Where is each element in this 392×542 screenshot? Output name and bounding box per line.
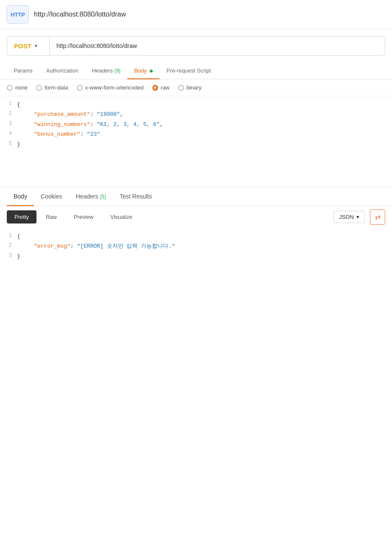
chevron-down-icon: ▾ — [35, 43, 37, 49]
line-num-1: 1 — [3, 100, 17, 109]
response-toolbar: Pretty Raw Preview Visualize JSON ▾ ⇄ — [0, 206, 392, 228]
resp-line-num-1: 1 — [3, 232, 17, 241]
resp-line-num-2: 2 — [3, 241, 17, 251]
format-preview[interactable]: Preview — [66, 210, 101, 224]
resp-line-2: 2 "error_msg": "[ERROR] 숫자만 입력 가능합니다." — [0, 241, 392, 251]
tab-headers[interactable]: Headers (9) — [85, 62, 127, 79]
line-num-2: 2 — [3, 109, 17, 119]
http-icon-badge: HTTP — [7, 5, 29, 24]
radio-urlencoded[interactable]: x-www-form-urlencoded — [77, 84, 144, 91]
json-type-selector[interactable]: JSON ▾ — [333, 211, 365, 223]
method-label: POST — [14, 42, 31, 50]
radio-circle-urlencoded — [77, 85, 83, 91]
response-tab-cookies[interactable]: Cookies — [34, 187, 69, 206]
format-visualize[interactable]: Visualize — [103, 210, 140, 224]
format-pretty[interactable]: Pretty — [7, 210, 36, 224]
header-url: http://localhost:8080/lotto/draw — [34, 11, 126, 18]
radio-circle-form-data — [36, 85, 42, 91]
tab-pre-request[interactable]: Pre-request Script — [160, 62, 218, 79]
radio-raw[interactable]: raw — [152, 84, 170, 91]
radio-circle-none — [7, 85, 13, 91]
tab-authorization[interactable]: Authorization — [39, 62, 85, 79]
request-code-editor[interactable]: 1 { 2 "purchase_amount": "19000", 3 "win… — [0, 96, 392, 187]
line-num-5: 5 — [3, 140, 17, 149]
headers-badge: (9) — [114, 68, 120, 74]
req-line-4: 4 "bonus_number": "23" — [0, 129, 392, 139]
req-line-5: 5 } — [0, 140, 392, 149]
radio-circle-raw — [152, 85, 158, 91]
resp-line-1: 1 { — [0, 232, 392, 241]
req-line-3: 3 "winning_numbers": "K1, 2, 3, 4, 5, 6"… — [0, 120, 392, 129]
wrap-button[interactable]: ⇄ — [370, 210, 385, 225]
req-line-2: 2 "purchase_amount": "19000", — [0, 109, 392, 119]
line-num-4: 4 — [3, 129, 17, 139]
response-tabs-nav: Body Cookies Headers (5) Test Results — [0, 187, 392, 206]
response-headers-badge: (5) — [100, 194, 106, 200]
radio-binary[interactable]: binary — [178, 84, 202, 91]
tab-params[interactable]: Params — [7, 62, 39, 79]
resp-line-num-3: 3 — [3, 251, 17, 261]
request-bar: POST ▾ — [7, 36, 385, 56]
response-tab-headers[interactable]: Headers (5) — [69, 187, 113, 206]
request-tabs-nav: Params Authorization Headers (9) Body Pr… — [0, 62, 392, 79]
app-header: HTTP http://localhost:8080/lotto/draw — [0, 0, 392, 29]
tab-body[interactable]: Body — [127, 62, 160, 79]
req-line-1: 1 { — [0, 100, 392, 109]
resp-line-3: 3 } — [0, 251, 392, 261]
url-input[interactable] — [50, 36, 385, 55]
radio-none[interactable]: none — [7, 84, 28, 91]
body-type-selector: none form-data x-www-form-urlencoded raw… — [0, 79, 392, 96]
chevron-down-icon: ▾ — [356, 214, 359, 220]
body-dot-indicator — [150, 70, 153, 73]
method-selector[interactable]: POST ▾ — [7, 36, 50, 55]
response-tab-body[interactable]: Body — [7, 187, 34, 206]
wrap-icon: ⇄ — [375, 214, 381, 221]
response-tab-test-results[interactable]: Test Results — [113, 187, 159, 206]
response-section: Body Cookies Headers (5) Test Results Pr… — [0, 187, 392, 265]
radio-form-data[interactable]: form-data — [36, 84, 68, 91]
format-raw[interactable]: Raw — [38, 210, 64, 224]
radio-circle-binary — [178, 85, 184, 91]
response-code-editor: 1 { 2 "error_msg": "[ERROR] 숫자만 입력 가능합니다… — [0, 228, 392, 265]
line-num-3: 3 — [3, 120, 17, 129]
